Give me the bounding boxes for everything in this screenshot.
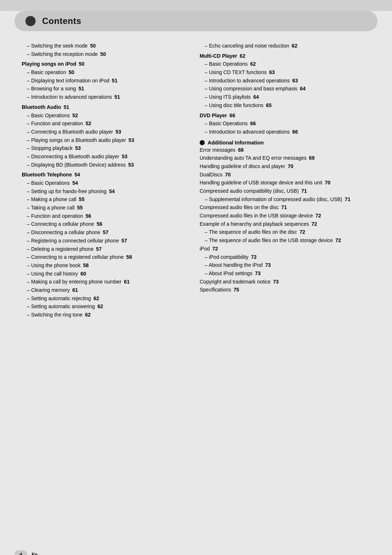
toc-page-number: 72 [211, 246, 218, 252]
toc-page-number: 73 [264, 262, 271, 268]
toc-label: – Basic operation [27, 69, 66, 75]
toc-page-number: 70 [286, 163, 293, 169]
toc-label: – Using ITS playlists [205, 94, 251, 100]
footer: 4 En [0, 550, 392, 555]
additional-info-heading: Additional Information [200, 140, 370, 146]
toc-entry: – Clearing memory 61 [22, 286, 185, 294]
toc-entry: – Connecting to a registered cellular ph… [22, 253, 185, 261]
toc-label: – Making a call by entering phone number [27, 279, 122, 285]
toc-page-number: 66 [291, 129, 298, 135]
toc-label: – Setting up for hands-free phoning [27, 188, 107, 194]
toc-label: – Disconnecting a cellular phone [27, 229, 100, 235]
toc-page-number: 63 [268, 69, 275, 75]
toc-page-number: 72 [334, 237, 341, 243]
toc-label: Multi-CD Player [200, 53, 237, 59]
toc-label: – Connecting a Bluetooth audio player [27, 129, 113, 135]
toc-page-number: 63 [291, 78, 298, 83]
toc-page-number: 62 [238, 53, 245, 59]
toc-page-number: 62 [290, 43, 297, 49]
toc-entry: iPod 72 [200, 245, 370, 253]
toc-entry: – The sequence of audio files on the USB… [200, 237, 370, 245]
toc-label: – About iPod settings [205, 270, 253, 276]
toc-entry: – Making a phone call 55 [22, 196, 185, 204]
section-bullet [200, 140, 205, 145]
toc-page-number: 68 [237, 147, 244, 153]
toc-entry: Example of a hierarchy and playback sequ… [200, 220, 370, 228]
toc-label: – Introduction to advanced operations [205, 129, 290, 135]
toc-entry: – Switching the seek mode 50 [22, 42, 185, 50]
toc-label: – Displaying BD (Bluetooth Device) addre… [27, 162, 126, 168]
toc-entry: – Using CD TEXT functions 63 [200, 69, 370, 77]
toc-entry: – iPod compatibility 72 [200, 253, 370, 261]
toc-page-number: 54 [71, 180, 78, 186]
toc-label: Handling guideline of discs and player [200, 163, 285, 169]
toc-page-number: 72 [314, 213, 321, 219]
toc-label: – Supplemental information of compressed… [205, 196, 342, 202]
toc-label: – Disconnecting a Bluetooth audio player [27, 154, 119, 159]
toc-page-number: 52 [84, 121, 91, 126]
toc-page-number: 75 [232, 287, 239, 293]
toc-page-number: 60 [79, 271, 86, 277]
toc-entry: – Basic operation 50 [22, 69, 185, 77]
toc-page-number: 71 [343, 196, 350, 202]
toc-page-number: 51 [77, 86, 84, 91]
toc-page-number: 58 [125, 254, 132, 260]
toc-label: – Connecting to a registered cellular ph… [27, 254, 124, 260]
toc-page-number: 71 [300, 188, 307, 194]
toc-entry: Handling guideline of USB storage device… [200, 179, 370, 187]
toc-entry: – Making a call by entering phone number… [22, 278, 185, 286]
toc-label: – The sequence of audio files on the dis… [205, 229, 297, 235]
toc-entry: Specifications 75 [200, 286, 370, 294]
content-area: – Switching the seek mode 50– Switching … [0, 38, 392, 330]
toc-label: – Introduction to advanced operations [205, 78, 290, 83]
toc-page-number: 53 [127, 137, 134, 143]
toc-label: – Taking a phone call [27, 205, 74, 211]
toc-page-number: 50 [99, 51, 106, 57]
toc-entry: Understanding auto TA and EQ error messa… [200, 154, 370, 162]
toc-entry: – Disconnecting a Bluetooth audio player… [22, 153, 185, 161]
toc-label: – About handling the iPod [205, 262, 263, 268]
toc-label: – Function and operation [27, 121, 83, 126]
toc-label: – Deleting a registered phone [27, 246, 94, 252]
toc-label: – Introduction to advanced operations [27, 94, 112, 100]
toc-entry: – Function and operation 56 [22, 212, 185, 220]
toc-entry: Handling guideline of discs and player 7… [200, 163, 370, 171]
toc-entry: – Registering a connected cellular phone… [22, 237, 185, 245]
toc-page-number: 66 [249, 121, 256, 126]
toc-page-number: 73 [271, 279, 278, 285]
toc-entry: – Setting automatic rejecting 62 [22, 295, 185, 303]
page: Contents – Switching the seek mode 50– S… [0, 11, 392, 555]
toc-entry: – Basic Operations 54 [22, 179, 185, 187]
header-bar: Contents [15, 11, 377, 31]
toc-label: – Using compression and bass emphasis [205, 86, 297, 91]
toc-entry: – Displaying BD (Bluetooth Device) addre… [22, 161, 185, 169]
toc-label: – Displaying text information on iPod [27, 78, 109, 83]
toc-page-number: 51 [113, 94, 120, 100]
toc-page-number: 56 [95, 221, 102, 227]
toc-page-number: 72 [250, 254, 257, 260]
toc-entry: – Browsing for a song 51 [22, 85, 185, 93]
toc-page-number: 55 [75, 205, 82, 211]
toc-label: Understanding auto TA and EQ error messa… [200, 155, 306, 161]
toc-page-number: 73 [254, 270, 261, 276]
toc-label: Compressed audio compatibility (disc, US… [200, 188, 299, 194]
toc-entry: – Disconnecting a cellular phone 57 [22, 229, 185, 237]
toc-label: – Clearing memory [27, 287, 70, 293]
toc-entry: Compressed audio files on the disc 71 [200, 204, 370, 212]
toc-entry: – Introduction to advanced operations 51 [22, 93, 185, 101]
toc-label: – Switching the ring tone [27, 312, 82, 318]
toc-entry: – Using ITS playlists 64 [200, 93, 370, 101]
toc-entry: – Echo canceling and noise reduction 62 [200, 42, 370, 50]
toc-page-number: 56 [84, 213, 91, 219]
toc-page-number: 72 [310, 221, 317, 227]
toc-page-number: 69 [307, 155, 314, 161]
toc-page-number: 62 [96, 303, 103, 309]
toc-label: Copyright and trademark notice [200, 279, 270, 285]
toc-entry: – About iPod settings 73 [200, 270, 370, 278]
toc-entry: – About handling the iPod 73 [200, 261, 370, 269]
toc-entry: – Taking a phone call 55 [22, 204, 185, 212]
toc-page-number: 61 [71, 287, 78, 293]
toc-label: Error messages [200, 147, 236, 153]
toc-label: – The sequence of audio files on the USB… [205, 237, 333, 243]
toc-entry: – Using disc title functions 65 [200, 102, 370, 110]
